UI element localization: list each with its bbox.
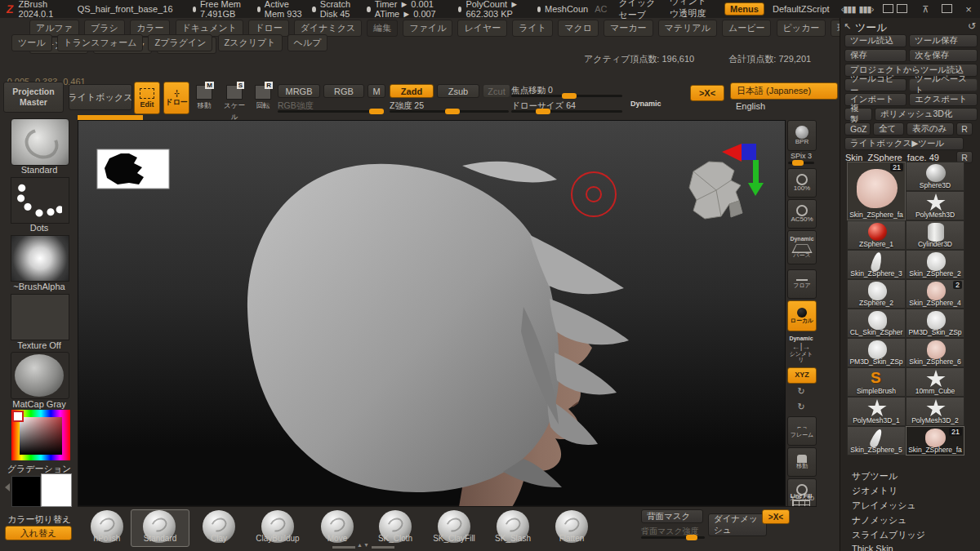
tool-thumbnail[interactable]: 21 Skin_ZSphere_fa	[847, 162, 906, 220]
undo-history-icon[interactable]: ‹▮▮▮	[841, 4, 856, 15]
goz-all-button[interactable]: 全て	[873, 122, 904, 136]
m-button[interactable]: M	[368, 84, 385, 98]
mrgb-button[interactable]: MRGB	[278, 84, 320, 98]
tool-copy-button[interactable]: ツールコピー	[844, 78, 906, 91]
goz-r-button[interactable]: R	[956, 122, 973, 136]
tool-thumbnail[interactable]: PolyMesh3D_1	[847, 397, 906, 426]
make-polymesh3d-button[interactable]: ポリメッシュ3D化	[875, 108, 978, 121]
section-subtool[interactable]: サブツール	[852, 470, 898, 482]
secondary-color-swatch[interactable]	[41, 473, 72, 507]
z-intensity-slider[interactable]: Z強度 25	[390, 100, 510, 112]
section-arraymesh[interactable]: アレイメッシュ	[852, 500, 916, 512]
tool-thumbnail[interactable]: ZSphere_2	[847, 279, 906, 309]
tool-thumbnail[interactable]: PolyMesh3D	[906, 191, 964, 220]
menu-zplugin[interactable]: Zプラグイン	[148, 34, 212, 51]
menu-layer[interactable]: レイヤー	[457, 20, 507, 37]
scale-button[interactable]: S スケール	[222, 85, 247, 114]
section-nanomesh[interactable]: ナノメッシュ	[852, 514, 907, 527]
tool-save-button[interactable]: ツール保存	[909, 34, 978, 47]
rotate-button[interactable]: R 回転	[252, 85, 274, 114]
goz-button[interactable]: GoZ	[844, 122, 871, 136]
save-next-button[interactable]: 次を保存	[909, 49, 978, 62]
tool-thumbnail[interactable]: PolyMesh3D_2	[906, 397, 964, 426]
window-layout2-icon[interactable]	[897, 4, 907, 15]
color-picker-square[interactable]	[20, 417, 62, 455]
close-button[interactable]: ×	[965, 3, 972, 16]
bpr-button[interactable]: BPR	[787, 120, 817, 151]
draw-button[interactable]: -¦- ドロー	[163, 82, 189, 114]
language-japanese-button[interactable]: 日本語 (Japanese)	[730, 82, 838, 100]
current-brush-thumbnail[interactable]	[11, 118, 69, 166]
tool-thumbnail[interactable]: PM3D_Skin_ZSp	[906, 309, 964, 338]
frame-button[interactable]: ⌐ ¬ フレーム	[787, 416, 817, 446]
tool-thumbnail[interactable]: Skin_ZSphere_6	[906, 338, 964, 367]
aa-half-button[interactable]: AC50%	[787, 199, 817, 229]
rotate-z-constraint-button[interactable]: ↻	[787, 400, 815, 414]
projection-master-button[interactable]: Projection Master	[3, 82, 64, 113]
tool-thumbnail[interactable]: CL_Skin_ZSpher	[847, 309, 906, 338]
current-stroke-thumbnail[interactable]	[11, 177, 69, 224]
mirror-x-button-bottom[interactable]: >X<	[762, 509, 790, 524]
default-zscript-button[interactable]: DefaultZScript	[773, 4, 830, 14]
local-button[interactable]: ローカル	[787, 300, 817, 331]
panel-collapse-icon[interactable]: ↖	[844, 21, 851, 32]
lightbox-button[interactable]: ライトボックス	[69, 84, 132, 110]
current-material-thumbnail[interactable]	[11, 352, 69, 399]
mirror-x-button[interactable]: >X<	[690, 85, 724, 101]
tool-thumbnail[interactable]: 2 Skin_ZSphere_4	[906, 279, 964, 309]
menu-tool[interactable]: ツール	[11, 34, 52, 51]
xyz-button[interactable]: XYZ	[787, 367, 817, 384]
menu-file[interactable]: ファイル	[403, 20, 452, 37]
redo-history-icon[interactable]: ▮▮▮›	[858, 4, 873, 15]
primary-color-swatch[interactable]	[11, 476, 41, 507]
current-texture-thumbnail[interactable]	[11, 294, 69, 340]
draw-size-slider[interactable]: ドローサイズ 64	[511, 100, 624, 112]
menu-material[interactable]: マテリアル	[658, 20, 717, 37]
minimize-button[interactable]: ⊼	[922, 4, 929, 15]
goz-visible-button[interactable]: 表示のみ	[906, 122, 954, 136]
tool-thumbnail[interactable]: Sphere3D	[906, 162, 964, 191]
left-divider-arrow-icon[interactable]	[5, 483, 10, 491]
menu-movie[interactable]: ムービー	[722, 20, 772, 37]
menu-macro[interactable]: マクロ	[558, 20, 599, 37]
scroll-down-icon[interactable]: ▼	[363, 542, 369, 548]
tool-thumbnail[interactable]: Cylinder3D	[906, 220, 964, 250]
spix-slider[interactable]: SPix 3	[786, 152, 817, 160]
quicksave-button[interactable]: クイックセーブ	[619, 0, 658, 21]
dynamic-label[interactable]: Dynamic	[630, 100, 662, 108]
rgb-button[interactable]: RGB	[323, 84, 364, 98]
export-button[interactable]: エクスポート	[909, 93, 978, 106]
zsub-button[interactable]: Zsub	[437, 84, 479, 98]
canvas[interactable]	[78, 120, 786, 506]
current-alpha-thumbnail[interactable]	[11, 235, 69, 282]
section-geometry[interactable]: ジオメトリ	[852, 485, 898, 497]
tool-thumbnail[interactable]: PM3D_Skin_ZSp	[847, 338, 906, 367]
tool-paste-button[interactable]: ツールペースト	[909, 78, 978, 91]
tool-thumbnail[interactable]: ZSphere_1	[847, 220, 906, 250]
rgb-intensity-slider[interactable]: RGB強度	[278, 100, 385, 112]
menu-light[interactable]: ライト	[512, 20, 553, 37]
floor-button[interactable]: フロア	[787, 269, 817, 299]
window-layout-icon[interactable]	[883, 4, 893, 15]
zcut-button[interactable]: Zcut	[483, 84, 510, 98]
menu-marker[interactable]: マーカー	[604, 20, 653, 37]
menu-transform[interactable]: トランスフォーム	[57, 34, 144, 51]
tool-thumbnail[interactable]: Skin_ZSphere_3	[847, 250, 906, 279]
menu-zscript[interactable]: Zスクリプト	[218, 34, 283, 51]
brush-shelf-scrollbar[interactable]: ▲ ▼	[332, 545, 394, 549]
panel-cycle-icon[interactable]: ↺	[968, 20, 976, 32]
menu-edit[interactable]: 編集	[367, 20, 398, 37]
zadd-button[interactable]: Zadd	[390, 84, 434, 98]
tool-thumbnail[interactable]: 10mm_Cube	[906, 367, 964, 397]
edit-button[interactable]: Edit	[134, 82, 160, 114]
actual-size-button[interactable]: 100%	[787, 168, 817, 198]
focal-shift-slider[interactable]: 焦点移動 0	[511, 85, 624, 96]
color-picker[interactable]	[11, 410, 70, 460]
menus-button[interactable]: Menus	[724, 2, 764, 16]
save-button[interactable]: 保存	[844, 49, 906, 62]
restore-button[interactable]	[942, 4, 952, 15]
tool-load-button[interactable]: ツール読込	[844, 34, 906, 47]
lightbox-to-tool-button[interactable]: ライトボックス▶ツール	[844, 137, 964, 150]
menu-picker[interactable]: ピッカー	[777, 20, 826, 37]
symmetry-button[interactable]: Dynamic ←|→ シンメトリ	[787, 333, 815, 366]
